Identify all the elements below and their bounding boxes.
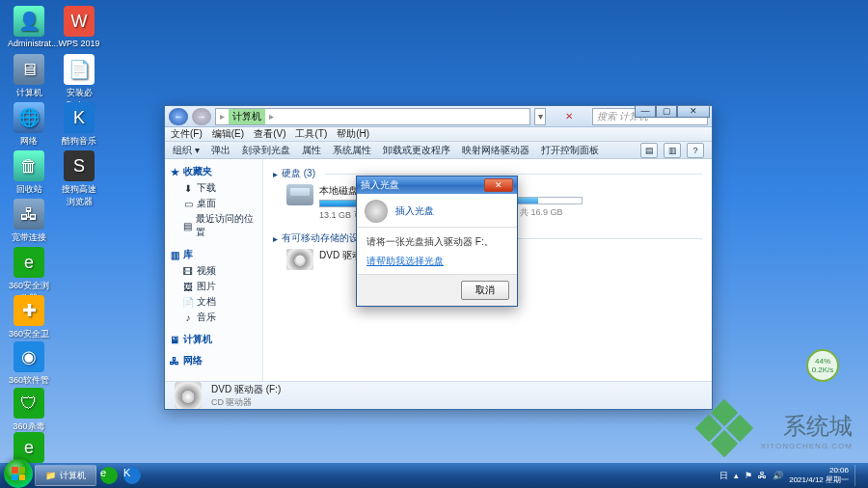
breadcrumb-arrow: ▸: [269, 111, 274, 122]
download-icon: ⬇: [182, 182, 194, 194]
folder-icon: 📁: [45, 471, 56, 480]
details-type: CD 驱动器: [211, 396, 281, 409]
tray-date: 2021/4/12 星期一: [789, 475, 849, 485]
network-icon: 🖧: [169, 355, 180, 366]
music-icon: ♪: [182, 312, 194, 323]
computer-icon: 🖥: [169, 334, 180, 345]
tb-controlpanel[interactable]: 打开控制面板: [541, 144, 599, 157]
video-icon: 🎞: [182, 265, 194, 277]
details-pane: DVD 驱动器 (F:) CD 驱动器: [165, 381, 712, 409]
tray-expand-icon[interactable]: ▴: [734, 471, 739, 480]
address-history-button[interactable]: ▾: [534, 108, 546, 125]
dialog-titlebar[interactable]: 插入光盘 ✕: [357, 176, 517, 194]
menu-help[interactable]: 帮助(H): [337, 127, 369, 141]
address-clear-button[interactable]: ✕: [550, 111, 588, 122]
tray-volume-icon[interactable]: 🔊: [773, 471, 783, 480]
task-label: 计算机: [60, 470, 86, 482]
disc-icon: [365, 200, 388, 223]
pin-kugou[interactable]: K: [122, 465, 143, 486]
battery-widget[interactable]: 44% 0.2K/s: [806, 349, 839, 382]
drive-icon: [286, 184, 313, 205]
document-icon: 📄: [182, 296, 194, 308]
icon-computer[interactable]: 🖥计算机: [8, 54, 50, 99]
toolbar: 组织 ▾ 弹出 刻录到光盘 属性 系统属性 卸载或更改程序 映射网络驱动器 打开…: [165, 142, 712, 159]
window-controls: — ▢ ✕: [635, 105, 710, 119]
dialog-help-link[interactable]: 请帮助我选择光盘: [366, 255, 444, 268]
star-icon: ★: [169, 166, 180, 177]
pin-360browser[interactable]: e: [98, 465, 120, 486]
icon-wps[interactable]: WWPS 2019: [58, 6, 100, 48]
battery-rate: 0.2K/s: [812, 366, 834, 374]
watermark-text: 系统城: [783, 413, 853, 439]
tray-network-icon[interactable]: 🖧: [758, 471, 767, 480]
address-bar: ← → ▸ 计算机 ▸ ▾ ✕ 搜索 计算机: [165, 106, 712, 127]
tree-recent[interactable]: ▤最近访问的位置: [169, 211, 258, 240]
tree-desktop[interactable]: ▭桌面: [169, 196, 258, 211]
nav-tree: ★收藏夹 ⬇下载 ▭桌面 ▤最近访问的位置 ▥库 🎞视频 🖼图片 📄文档 ♪音乐…: [165, 159, 263, 381]
tb-burn[interactable]: 刻录到光盘: [242, 144, 290, 157]
help-button[interactable]: ?: [687, 143, 704, 158]
taskbar: 📁 计算机 e K 日 ▴ ⚑ 🖧 🔊 20:06 2021/4/12 星期一: [0, 463, 868, 488]
tb-sysprops[interactable]: 系统属性: [333, 144, 371, 157]
tray-action-center-icon[interactable]: ⚑: [745, 471, 752, 480]
menu-bar: 文件(F) 编辑(E) 查看(V) 工具(T) 帮助(H): [165, 127, 712, 142]
dialog-message: 请将一张光盘插入驱动器 F:。: [366, 235, 507, 249]
icon-network[interactable]: 🌐网络: [8, 102, 50, 148]
system-tray: 日 ▴ ⚑ 🖧 🔊 20:06 2021/4/12 星期一: [719, 465, 864, 486]
tb-organize[interactable]: 组织 ▾: [173, 144, 200, 157]
icon-broadband[interactable]: 🖧宽带连接: [8, 199, 50, 244]
menu-file[interactable]: 文件(F): [171, 127, 203, 141]
tree-pictures[interactable]: 🖼图片: [169, 279, 258, 294]
menu-view[interactable]: 查看(V): [254, 127, 285, 141]
watermark-sub: XITONGCHENG.COM: [761, 442, 853, 450]
nav-forward-button[interactable]: →: [192, 108, 211, 125]
menu-tools[interactable]: 工具(T): [295, 127, 327, 141]
icon-360av[interactable]: 🛡360杀毒: [8, 388, 50, 433]
icon-administrator[interactable]: 👤Administrat...: [8, 6, 50, 48]
windows-logo-icon: [12, 467, 25, 480]
tree-downloads[interactable]: ⬇下载: [169, 180, 258, 196]
minimize-button[interactable]: —: [635, 105, 656, 118]
start-button[interactable]: [4, 459, 33, 488]
tree-libraries[interactable]: ▥库: [169, 248, 258, 261]
breadcrumb[interactable]: ▸ 计算机 ▸: [215, 108, 530, 125]
close-button[interactable]: ✕: [677, 105, 710, 118]
recent-icon: ▤: [182, 220, 193, 231]
cancel-button[interactable]: 取消: [461, 281, 509, 300]
insert-disc-dialog: 插入光盘 ✕ 插入光盘 请将一张光盘插入驱动器 F:。 请帮助我选择光盘 取消: [356, 176, 518, 307]
details-icon: [175, 382, 202, 409]
tb-properties[interactable]: 属性: [302, 144, 321, 157]
icon-sogou[interactable]: S搜狗高速浏览器: [58, 150, 100, 208]
tb-uninstall[interactable]: 卸载或更改程序: [383, 144, 450, 157]
view-mode-button[interactable]: ▤: [640, 143, 658, 158]
nav-back-button[interactable]: ←: [169, 108, 188, 125]
dialog-heading: 插入光盘: [395, 204, 434, 218]
picture-icon: 🖼: [182, 281, 194, 292]
tb-eject[interactable]: 弹出: [211, 144, 231, 157]
maximize-button[interactable]: ▢: [656, 105, 677, 118]
menu-edit[interactable]: 编辑(E): [212, 127, 244, 141]
preview-pane-button[interactable]: ▥: [664, 143, 681, 158]
tray-time: 20:06: [789, 466, 849, 475]
tree-favorites[interactable]: ★收藏夹: [169, 165, 258, 178]
tb-mapdrive[interactable]: 映射网络驱动器: [462, 144, 529, 157]
dialog-title: 插入光盘: [361, 178, 399, 192]
breadcrumb-computer[interactable]: 计算机: [229, 109, 265, 124]
watermark-logo: [695, 401, 753, 459]
battery-pct: 44%: [815, 357, 830, 366]
icon-kugou[interactable]: K酷狗音乐: [58, 102, 100, 148]
tray-clock[interactable]: 20:06 2021/4/12 星期一: [789, 466, 849, 485]
desktop-icon: ▭: [182, 198, 194, 209]
show-desktop-button[interactable]: [854, 465, 860, 486]
tree-videos[interactable]: 🎞视频: [169, 263, 258, 279]
tray-lang[interactable]: 日: [719, 470, 728, 482]
tree-network[interactable]: 🖧网络: [169, 354, 258, 367]
tree-documents[interactable]: 📄文档: [169, 294, 258, 310]
library-icon: ▥: [169, 249, 180, 260]
dialog-close-button[interactable]: ✕: [484, 178, 513, 192]
icon-recycle-bin[interactable]: 🗑回收站: [8, 150, 50, 196]
task-explorer[interactable]: 📁 计算机: [35, 465, 96, 486]
tree-music[interactable]: ♪音乐: [169, 310, 258, 325]
breadcrumb-root-arrow: ▸: [220, 111, 225, 122]
tree-computer[interactable]: 🖥计算机: [169, 333, 258, 346]
